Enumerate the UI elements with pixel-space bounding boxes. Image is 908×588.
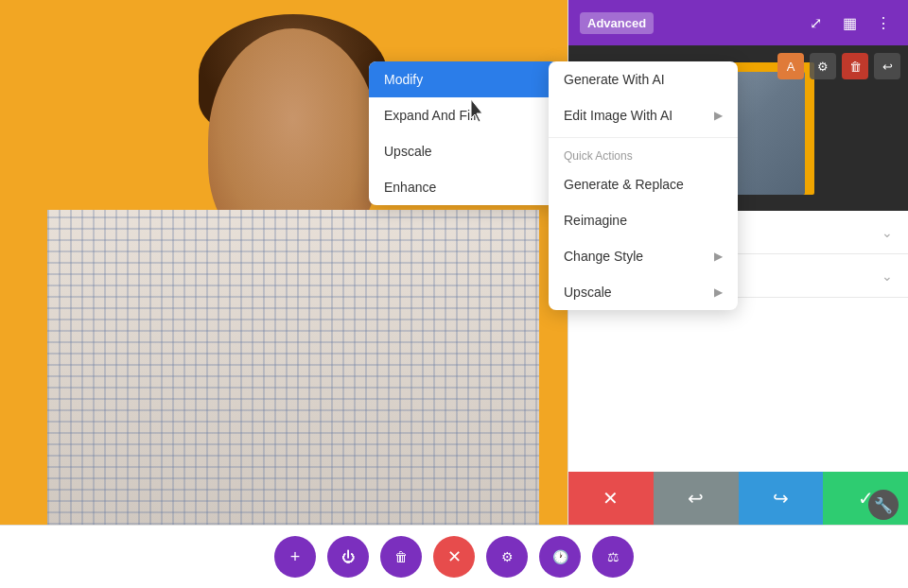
panel-bottom-actions: ✕ ↩ ↪ ✓ bbox=[568, 472, 908, 525]
undo-action-btn[interactable]: ↩ bbox=[654, 472, 739, 525]
trash-btn[interactable]: 🗑 bbox=[380, 536, 422, 578]
outer-context-menu: Modify Expand And Fill Upscale Enhance bbox=[369, 61, 558, 205]
background-chevron-icon: ⌄ bbox=[882, 268, 893, 284]
redo-action-btn[interactable]: ↪ bbox=[739, 472, 824, 525]
menu-item-modify-label: Modify bbox=[384, 72, 423, 87]
change-style-arrow-icon: ▶ bbox=[714, 250, 723, 263]
menu-item-enhance[interactable]: Enhance bbox=[369, 169, 558, 205]
close-btn[interactable]: ✕ bbox=[433, 536, 475, 578]
image-action-icons: A ⚙ 🗑 ↩ bbox=[777, 53, 900, 79]
text-action-icon[interactable]: A bbox=[777, 53, 804, 79]
inner-context-menu: Generate With AI Edit Image With AI ▶ Qu… bbox=[549, 61, 738, 310]
menu-item-upscale-label: Upscale bbox=[384, 144, 432, 159]
quick-actions-label: Quick Actions bbox=[549, 142, 738, 166]
menu-item-expand-fill-label: Expand And Fill bbox=[384, 108, 476, 123]
menu-item-reimagine-label: Reimagine bbox=[564, 213, 627, 228]
tab-advanced[interactable]: Advanced bbox=[580, 12, 654, 34]
expand-icon-btn[interactable]: ⤢ bbox=[802, 9, 829, 36]
menu-item-expand-fill[interactable]: Expand And Fill bbox=[369, 97, 558, 133]
person-shirt bbox=[47, 210, 539, 525]
columns-icon-btn[interactable]: ▦ bbox=[836, 9, 863, 36]
menu-item-generate-with-ai[interactable]: Generate With AI bbox=[549, 61, 738, 97]
cancel-action-btn[interactable]: ✕ bbox=[568, 472, 654, 525]
menu-item-enhance-label: Enhance bbox=[384, 180, 436, 195]
menu-item-upscale-inner[interactable]: Upscale ▶ bbox=[549, 274, 738, 310]
upscale-arrow-icon: ▶ bbox=[714, 285, 723, 299]
menu-item-edit-image-with-ai-label: Edit Image With AI bbox=[564, 108, 672, 123]
menu-item-modify[interactable]: Modify bbox=[369, 61, 558, 97]
menu-divider bbox=[549, 137, 738, 138]
link-chevron-icon: ⌄ bbox=[882, 225, 893, 240]
menu-item-generate-replace-label: Generate & Replace bbox=[564, 177, 684, 192]
bottom-toolbar: + ⏻ 🗑 ✕ ⚙ 🕐 ⚖ bbox=[0, 525, 908, 588]
add-btn[interactable]: + bbox=[274, 536, 316, 578]
menu-item-upscale-inner-label: Upscale bbox=[564, 285, 612, 300]
sliders-btn[interactable]: ⚖ bbox=[592, 536, 634, 578]
menu-item-edit-image-with-ai[interactable]: Edit Image With AI ▶ bbox=[549, 97, 738, 133]
gear-action-icon[interactable]: ⚙ bbox=[810, 53, 836, 79]
settings-btn[interactable]: ⚙ bbox=[486, 536, 528, 578]
power-btn[interactable]: ⏻ bbox=[327, 536, 369, 578]
edit-image-arrow-icon: ▶ bbox=[714, 109, 723, 122]
menu-item-change-style[interactable]: Change Style ▶ bbox=[549, 238, 738, 274]
panel-header-icons: ⤢ ▦ ⋮ bbox=[802, 9, 897, 36]
clock-btn[interactable]: 🕐 bbox=[539, 536, 581, 578]
panel-header: Advanced ⤢ ▦ ⋮ bbox=[568, 0, 908, 45]
menu-item-generate-replace[interactable]: Generate & Replace bbox=[549, 166, 738, 202]
menu-item-upscale[interactable]: Upscale bbox=[369, 133, 558, 169]
menu-item-reimagine[interactable]: Reimagine bbox=[549, 202, 738, 238]
delete-action-icon[interactable]: 🗑 bbox=[842, 53, 868, 79]
more-icon-btn[interactable]: ⋮ bbox=[870, 9, 897, 36]
menu-item-generate-with-ai-label: Generate With AI bbox=[564, 72, 665, 87]
menu-item-change-style-label: Change Style bbox=[564, 249, 643, 264]
undo-action-icon[interactable]: ↩ bbox=[874, 53, 900, 79]
screwdriver-btn[interactable]: 🔧 bbox=[868, 490, 899, 520]
